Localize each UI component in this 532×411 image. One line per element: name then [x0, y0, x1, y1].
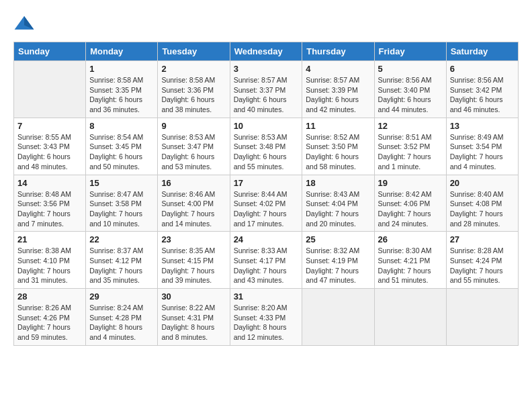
- day-info: Sunrise: 8:53 AMSunset: 3:47 PMDaylight:…: [161, 132, 226, 172]
- calendar-cell: [446, 289, 518, 346]
- day-number: 8: [89, 121, 154, 131]
- day-number: 22: [89, 234, 154, 244]
- calendar-cell: 1Sunrise: 8:58 AMSunset: 3:35 PMDaylight…: [86, 61, 158, 118]
- weekday-header-tuesday: Tuesday: [158, 42, 230, 61]
- calendar-cell: 26Sunrise: 8:30 AMSunset: 4:21 PMDayligh…: [374, 232, 446, 289]
- weekday-header-saturday: Saturday: [446, 42, 518, 61]
- day-info: Sunrise: 8:48 AMSunset: 3:56 PMDaylight:…: [17, 189, 82, 229]
- weekday-header-wednesday: Wednesday: [230, 42, 302, 61]
- calendar-week-2: 14Sunrise: 8:48 AMSunset: 3:56 PMDayligh…: [14, 175, 519, 232]
- calendar-cell: [14, 61, 86, 118]
- day-info: Sunrise: 8:47 AMSunset: 3:58 PMDaylight:…: [89, 189, 154, 229]
- calendar-week-4: 28Sunrise: 8:26 AMSunset: 4:26 PMDayligh…: [14, 289, 519, 346]
- calendar-cell: 27Sunrise: 8:28 AMSunset: 4:24 PMDayligh…: [446, 232, 518, 289]
- calendar-cell: 28Sunrise: 8:26 AMSunset: 4:26 PMDayligh…: [14, 289, 86, 346]
- day-info: Sunrise: 8:38 AMSunset: 4:10 PMDaylight:…: [17, 246, 82, 285]
- calendar-cell: 10Sunrise: 8:53 AMSunset: 3:48 PMDayligh…: [230, 118, 302, 175]
- calendar-cell: 21Sunrise: 8:38 AMSunset: 4:10 PMDayligh…: [14, 232, 86, 289]
- day-info: Sunrise: 8:56 AMSunset: 3:42 PMDaylight:…: [450, 75, 515, 115]
- day-number: 24: [234, 234, 299, 244]
- day-number: 20: [450, 178, 515, 188]
- day-info: Sunrise: 8:58 AMSunset: 3:35 PMDaylight:…: [89, 75, 154, 115]
- calendar-cell: 23Sunrise: 8:35 AMSunset: 4:15 PMDayligh…: [158, 232, 230, 289]
- calendar-cell: 29Sunrise: 8:24 AMSunset: 4:28 PMDayligh…: [86, 289, 158, 346]
- day-number: 14: [17, 178, 82, 188]
- calendar-cell: [374, 289, 446, 346]
- calendar-header: SundayMondayTuesdayWednesdayThursdayFrid…: [14, 42, 519, 61]
- day-number: 30: [161, 291, 226, 302]
- weekday-header-monday: Monday: [86, 42, 158, 61]
- calendar-cell: 12Sunrise: 8:51 AMSunset: 3:52 PMDayligh…: [374, 118, 446, 175]
- day-number: 31: [234, 291, 299, 302]
- day-info: Sunrise: 8:51 AMSunset: 3:52 PMDaylight:…: [378, 132, 443, 172]
- calendar-cell: 22Sunrise: 8:37 AMSunset: 4:12 PMDayligh…: [86, 232, 158, 289]
- calendar-cell: 7Sunrise: 8:55 AMSunset: 3:43 PMDaylight…: [14, 118, 86, 175]
- day-number: 29: [89, 291, 154, 302]
- day-info: Sunrise: 8:20 AMSunset: 4:33 PMDaylight:…: [234, 303, 299, 342]
- day-info: Sunrise: 8:33 AMSunset: 4:17 PMDaylight:…: [234, 246, 299, 285]
- calendar-cell: 11Sunrise: 8:52 AMSunset: 3:50 PMDayligh…: [302, 118, 374, 175]
- calendar-cell: 5Sunrise: 8:56 AMSunset: 3:40 PMDaylight…: [374, 61, 446, 118]
- calendar-cell: 15Sunrise: 8:47 AMSunset: 3:58 PMDayligh…: [86, 175, 158, 232]
- weekday-header-sunday: Sunday: [14, 42, 86, 61]
- day-number: 12: [378, 121, 443, 131]
- day-info: Sunrise: 8:58 AMSunset: 3:36 PMDaylight:…: [161, 75, 226, 115]
- day-number: 11: [306, 121, 370, 131]
- day-info: Sunrise: 8:37 AMSunset: 4:12 PMDaylight:…: [89, 246, 154, 285]
- page-header: [13, 13, 519, 35]
- day-number: 18: [306, 178, 370, 188]
- day-info: Sunrise: 8:32 AMSunset: 4:19 PMDaylight:…: [306, 246, 370, 285]
- day-info: Sunrise: 8:22 AMSunset: 4:31 PMDaylight:…: [161, 303, 226, 342]
- day-info: Sunrise: 8:30 AMSunset: 4:21 PMDaylight:…: [378, 246, 443, 285]
- day-info: Sunrise: 8:56 AMSunset: 3:40 PMDaylight:…: [378, 75, 443, 115]
- calendar-cell: 30Sunrise: 8:22 AMSunset: 4:31 PMDayligh…: [158, 289, 230, 346]
- calendar-cell: 9Sunrise: 8:53 AMSunset: 3:47 PMDaylight…: [158, 118, 230, 175]
- calendar-body: 1Sunrise: 8:58 AMSunset: 3:35 PMDaylight…: [14, 61, 519, 346]
- calendar-cell: 8Sunrise: 8:54 AMSunset: 3:45 PMDaylight…: [86, 118, 158, 175]
- day-number: 9: [161, 121, 226, 131]
- day-number: 1: [89, 64, 154, 74]
- day-number: 25: [306, 234, 370, 244]
- day-info: Sunrise: 8:26 AMSunset: 4:26 PMDaylight:…: [17, 303, 82, 342]
- calendar-cell: 14Sunrise: 8:48 AMSunset: 3:56 PMDayligh…: [14, 175, 86, 232]
- day-number: 23: [161, 234, 226, 244]
- day-info: Sunrise: 8:49 AMSunset: 3:54 PMDaylight:…: [450, 132, 515, 172]
- logo: [13, 13, 38, 35]
- calendar-cell: 19Sunrise: 8:42 AMSunset: 4:06 PMDayligh…: [374, 175, 446, 232]
- calendar-cell: 13Sunrise: 8:49 AMSunset: 3:54 PMDayligh…: [446, 118, 518, 175]
- calendar-cell: 6Sunrise: 8:56 AMSunset: 3:42 PMDaylight…: [446, 61, 518, 118]
- calendar-cell: [302, 289, 374, 346]
- day-info: Sunrise: 8:42 AMSunset: 4:06 PMDaylight:…: [378, 189, 443, 229]
- calendar-cell: 2Sunrise: 8:58 AMSunset: 3:36 PMDaylight…: [158, 61, 230, 118]
- calendar-cell: 3Sunrise: 8:57 AMSunset: 3:37 PMDaylight…: [230, 61, 302, 118]
- day-info: Sunrise: 8:40 AMSunset: 4:08 PMDaylight:…: [450, 189, 515, 229]
- calendar-week-3: 21Sunrise: 8:38 AMSunset: 4:10 PMDayligh…: [14, 232, 519, 289]
- day-number: 2: [161, 64, 226, 74]
- day-info: Sunrise: 8:52 AMSunset: 3:50 PMDaylight:…: [306, 132, 370, 172]
- day-info: Sunrise: 8:24 AMSunset: 4:28 PMDaylight:…: [89, 303, 154, 342]
- calendar-cell: 20Sunrise: 8:40 AMSunset: 4:08 PMDayligh…: [446, 175, 518, 232]
- calendar-cell: 4Sunrise: 8:57 AMSunset: 3:39 PMDaylight…: [302, 61, 374, 118]
- calendar-cell: 18Sunrise: 8:43 AMSunset: 4:04 PMDayligh…: [302, 175, 374, 232]
- day-info: Sunrise: 8:55 AMSunset: 3:43 PMDaylight:…: [17, 132, 82, 172]
- day-info: Sunrise: 8:35 AMSunset: 4:15 PMDaylight:…: [161, 246, 226, 285]
- calendar-week-1: 7Sunrise: 8:55 AMSunset: 3:43 PMDaylight…: [14, 118, 519, 175]
- day-number: 28: [17, 291, 82, 302]
- day-number: 4: [306, 64, 370, 74]
- day-info: Sunrise: 8:46 AMSunset: 4:00 PMDaylight:…: [161, 189, 226, 229]
- day-number: 16: [161, 178, 226, 188]
- day-info: Sunrise: 8:57 AMSunset: 3:39 PMDaylight:…: [306, 75, 370, 115]
- day-info: Sunrise: 8:53 AMSunset: 3:48 PMDaylight:…: [234, 132, 299, 172]
- weekday-header-thursday: Thursday: [302, 42, 374, 61]
- calendar-cell: 25Sunrise: 8:32 AMSunset: 4:19 PMDayligh…: [302, 232, 374, 289]
- day-info: Sunrise: 8:57 AMSunset: 3:37 PMDaylight:…: [234, 75, 299, 115]
- day-info: Sunrise: 8:43 AMSunset: 4:04 PMDaylight:…: [306, 189, 370, 229]
- calendar-cell: 31Sunrise: 8:20 AMSunset: 4:33 PMDayligh…: [230, 289, 302, 346]
- day-number: 27: [450, 234, 515, 244]
- day-number: 17: [234, 178, 299, 188]
- day-number: 6: [450, 64, 515, 74]
- weekday-header-row: SundayMondayTuesdayWednesdayThursdayFrid…: [14, 42, 519, 61]
- day-number: 21: [17, 234, 82, 244]
- logo-icon: [13, 13, 35, 35]
- day-number: 10: [234, 121, 299, 131]
